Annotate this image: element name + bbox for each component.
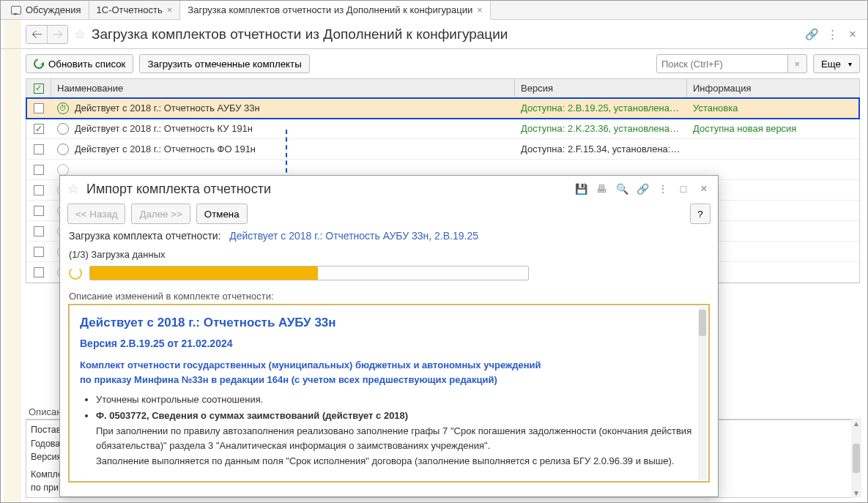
table-row[interactable]: ⏱ Действует с 2018 г.: Отчетность АУБУ 3… <box>26 98 859 119</box>
preview-icon[interactable]: 🔍 <box>615 182 628 195</box>
table-row[interactable]: ✓ Действует с 2018 г.: Отчетность КУ 191… <box>26 119 859 139</box>
nav-back-button[interactable]: 🡠 <box>26 26 47 43</box>
page-header: 🡠 🡢 ☆ Загрузка комплектов отчетности из … <box>1 20 867 49</box>
more-button[interactable]: Еще ▾ <box>813 54 860 73</box>
circle-icon <box>57 144 69 155</box>
tab-1c-report[interactable]: 1С-Отчетность × <box>89 1 181 19</box>
col-version[interactable]: Версия <box>515 79 687 97</box>
maximize-icon[interactable]: □ <box>677 182 690 195</box>
list-item: Ф. 0503772, Сведения о суммах заимствова… <box>96 409 698 469</box>
list-item-text: Заполнение выполняется по данным поля "С… <box>96 454 698 469</box>
modal-title: Импорт комплекта отчетности <box>86 182 567 197</box>
loading-line: Загрузка комплекта отчетности: Действует… <box>69 230 709 242</box>
scroll-thumb[interactable] <box>853 444 860 473</box>
favorite-star-icon[interactable]: ☆ <box>74 26 86 42</box>
clear-search-button[interactable]: × <box>788 54 807 73</box>
step-label: (1/3) Загрузка данных <box>69 249 709 260</box>
clock-icon: ⏱ <box>57 103 69 114</box>
row-info: Доступна новая версия <box>687 119 859 138</box>
panel-scrollbar[interactable]: ▲ ▼ <box>851 418 861 498</box>
cancel-button[interactable]: Отмена <box>196 204 248 224</box>
row-checkbox[interactable] <box>34 144 44 154</box>
tab-label: Обсуждения <box>26 4 81 15</box>
table-row[interactable]: Действует с 2018 г.: Отчетность ФО 191н … <box>26 139 859 160</box>
button-label: << Назад <box>75 209 117 220</box>
search-input[interactable] <box>656 54 788 73</box>
table-header: ✓ Наименование Версия Информация <box>26 79 859 98</box>
favorite-star-icon[interactable]: ☆ <box>67 181 79 197</box>
row-name: Действует с 2018 г.: Отчетность ФО 191н <box>75 144 256 154</box>
tab-label: Загрузка комплектов отчетности из Дополн… <box>188 4 472 15</box>
load-selected-button[interactable]: Загрузить отмеченные комплекты <box>139 54 309 73</box>
row-checkbox[interactable] <box>34 206 44 216</box>
modal-buttons: << Назад Далее >> Отмена ? <box>60 202 718 230</box>
search-group: × <box>656 54 807 73</box>
progress-fill <box>90 267 318 280</box>
changes-box[interactable]: Действует с 2018 г.: Отчетность АУБУ 33н… <box>69 305 709 482</box>
changes-scrollbar[interactable] <box>698 307 707 480</box>
button-label: Загрузить отмеченные комплекты <box>147 59 301 70</box>
import-modal: ☆ Импорт комплекта отчетности 💾 🖶 🔍 🔗 ⋮ … <box>59 175 719 497</box>
row-checkbox[interactable] <box>34 165 44 175</box>
kebab-icon[interactable]: ⋮ <box>656 182 669 195</box>
kebab-icon[interactable]: ⋮ <box>825 27 839 42</box>
modal-body: Загрузка комплекта отчетности: Действует… <box>60 230 718 482</box>
button-label: Далее >> <box>139 209 182 220</box>
loading-label: Загрузка комплекта отчетности: <box>69 230 221 242</box>
scroll-thumb[interactable] <box>699 310 706 336</box>
changes-label: Описание изменений в комплекте отчетност… <box>69 291 709 302</box>
col-name[interactable]: Наименование <box>51 79 515 97</box>
tab-discussions[interactable]: Обсуждения <box>4 1 89 19</box>
close-icon[interactable]: × <box>477 4 483 15</box>
row-checkbox[interactable]: ✓ <box>34 124 44 134</box>
loading-link[interactable]: Действует с 2018 г.: Отчетность АУБУ 33н… <box>229 230 478 242</box>
tab-load-kits[interactable]: Загрузка комплектов отчетности из Дополн… <box>180 1 491 20</box>
row-checkbox[interactable] <box>34 247 44 257</box>
modal-header: ☆ Импорт комплекта отчетности 💾 🖶 🔍 🔗 ⋮ … <box>60 176 718 202</box>
save-icon[interactable]: 💾 <box>574 182 587 195</box>
col-check[interactable]: ✓ <box>26 79 51 97</box>
refresh-button[interactable]: Обновить список <box>26 54 133 73</box>
close-icon[interactable]: × <box>697 182 711 195</box>
nav-buttons: 🡠 🡢 <box>26 25 68 44</box>
app-window: Обсуждения 1С-Отчетность × Загрузка комп… <box>0 0 868 503</box>
list-item-text: При заполнении по правилу автозаполнения… <box>96 424 698 452</box>
row-checkbox[interactable] <box>34 226 44 236</box>
button-label: Отмена <box>204 209 240 220</box>
arrow-left-icon: 🡠 <box>31 28 42 40</box>
link-icon[interactable]: 🔗 <box>636 182 649 195</box>
circle-icon <box>57 123 69 135</box>
row-info <box>687 139 859 159</box>
next-button: Далее >> <box>131 204 190 224</box>
progress-bar <box>89 266 529 280</box>
chevron-down-icon: ▾ <box>848 60 852 68</box>
help-button[interactable]: ? <box>690 204 711 224</box>
refresh-icon <box>31 56 45 70</box>
changes-list: Уточнены контрольные соотношения. Ф. 050… <box>96 392 698 469</box>
close-icon[interactable]: × <box>167 4 173 15</box>
spinner-icon <box>69 267 82 280</box>
list-item: Уточнены контрольные соотношения. <box>96 392 698 407</box>
row-info: Установка <box>687 98 859 118</box>
changes-version: Версия 2.В.19.25 от 21.02.2024 <box>80 338 698 349</box>
col-info[interactable]: Информация <box>687 79 859 97</box>
progress-row <box>69 266 709 280</box>
link-icon[interactable]: 🔗 <box>804 27 819 42</box>
check-all[interactable]: ✓ <box>34 83 44 94</box>
row-name: Действует с 2018 г.: Отчетность АУБУ 33н <box>75 103 260 113</box>
row-version: Доступна: 2.B.19.25, установлена… <box>515 98 687 118</box>
scroll-down-icon[interactable]: ▼ <box>851 488 861 498</box>
changes-subtitle: Комплект отчетности государственных (мун… <box>80 358 698 387</box>
row-checkbox[interactable] <box>34 103 44 113</box>
close-icon[interactable]: × <box>845 27 860 42</box>
nav-forward-button[interactable]: 🡢 <box>47 26 67 43</box>
scroll-up-icon[interactable]: ▲ <box>851 418 861 428</box>
page-title: Загрузка комплектов отчетности из Дополн… <box>92 26 508 42</box>
chat-icon <box>11 6 21 15</box>
tab-strip: Обсуждения 1С-Отчетность × Загрузка комп… <box>1 1 867 20</box>
row-checkbox[interactable] <box>34 185 44 195</box>
back-button: << Назад <box>67 204 125 224</box>
print-icon[interactable]: 🖶 <box>595 182 608 195</box>
row-checkbox[interactable] <box>34 267 44 277</box>
row-name: Действует с 2018 г.: Отчетность КУ 191н <box>75 123 253 134</box>
